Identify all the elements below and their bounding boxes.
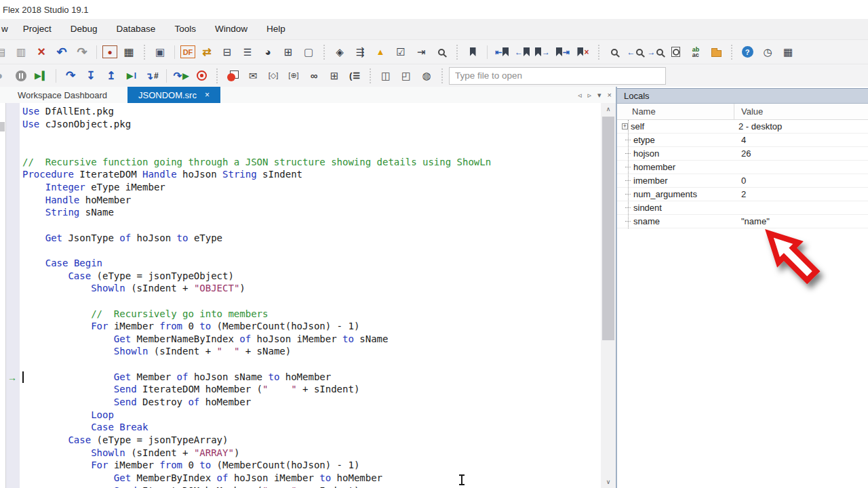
- code-explorer-icon[interactable]: ▣: [151, 43, 169, 61]
- column-header-value[interactable]: Value: [734, 106, 763, 117]
- code-line: // Recursively go into members: [22, 308, 491, 321]
- locals-row-self[interactable]: +self2 - desktop: [617, 120, 868, 134]
- warning-check-icon[interactable]: ▲: [372, 43, 389, 61]
- call-stack-icon[interactable]: (☰: [346, 67, 363, 85]
- step-out-icon[interactable]: ↥: [102, 67, 120, 85]
- print-icon[interactable]: ▦: [120, 43, 138, 61]
- new-file-icon[interactable]: ▢: [300, 43, 317, 61]
- file-preview-icon[interactable]: [433, 43, 450, 61]
- color-palette-icon[interactable]: ◕: [259, 43, 277, 61]
- redo-icon[interactable]: ↷: [73, 43, 91, 61]
- find-in-files-icon[interactable]: [667, 43, 684, 61]
- step-over-icon[interactable]: ↷: [62, 67, 79, 85]
- locals-row-hojson[interactable]: hojson26: [617, 147, 868, 161]
- locals-row-imember[interactable]: imember0: [617, 174, 868, 188]
- menu-item-help[interactable]: Help: [257, 19, 295, 39]
- properties-grid-icon[interactable]: ▦: [779, 43, 797, 61]
- debug-run-icon[interactable]: ◗: [0, 67, 9, 85]
- tab-list-dropdown-icon[interactable]: ▾: [597, 91, 601, 100]
- task-check-icon[interactable]: ☑: [392, 43, 410, 61]
- toolbar-debug: ◗▶▍↷↧↥▶I↴#↷▶✉[◇][⊕]∞⊞(☰◫◰◍: [0, 64, 868, 87]
- code-line: [22, 358, 491, 371]
- auto-step-icon[interactable]: ⇶: [351, 43, 369, 61]
- database-builder-icon[interactable]: ◰: [397, 67, 415, 85]
- splitter-notch[interactable]: [0, 122, 5, 131]
- code-editor[interactable]: Use DfAllEnt.pkgUse cJsonObject.pkg // R…: [0, 103, 601, 488]
- help-icon[interactable]: [738, 43, 756, 61]
- locals-row-sname[interactable]: sname"name": [617, 215, 868, 228]
- scroll-down-icon[interactable]: ∨: [601, 476, 616, 488]
- tab-workspace-dashboard[interactable]: Workspace Dashboard: [7, 87, 118, 103]
- menu-item-project[interactable]: Project: [14, 19, 61, 39]
- expand-icon[interactable]: +: [622, 123, 628, 129]
- tab-close-icon[interactable]: ×: [205, 90, 210, 100]
- column-header-name[interactable]: Name: [617, 104, 734, 119]
- set-next-statement-icon[interactable]: ↴#: [143, 67, 161, 85]
- file-open-input[interactable]: [449, 67, 666, 85]
- editor-vertical-scrollbar[interactable]: ∧ ∨: [601, 103, 616, 488]
- tab-close-icon[interactable]: ×: [608, 91, 612, 99]
- dataflex-studio-icon[interactable]: DF: [180, 45, 195, 58]
- paste-icon[interactable]: ▥: [12, 43, 30, 61]
- menu-item-view-partial[interactable]: w: [0, 19, 14, 39]
- workspace-sync-icon[interactable]: ⇄: [198, 43, 216, 61]
- code-line: Handle hoMember: [22, 194, 491, 207]
- search-icon[interactable]: [606, 43, 623, 61]
- undo-icon[interactable]: ↶: [53, 43, 71, 61]
- variable-name: etype: [633, 135, 734, 145]
- menu-item-debug[interactable]: Debug: [61, 19, 107, 39]
- record-macro-icon[interactable]: ●: [102, 45, 117, 58]
- continue-icon[interactable]: ↷▶: [172, 67, 190, 85]
- send-message-icon[interactable]: ✉: [244, 67, 262, 85]
- bookmark-toggle-icon[interactable]: [464, 43, 481, 61]
- history-icon[interactable]: ◷: [759, 43, 776, 61]
- bookmark-prev-icon[interactable]: ←: [513, 43, 531, 61]
- locals-row-num_arguments[interactable]: num_arguments2: [617, 188, 868, 201]
- bookmark-clear-icon[interactable]: ×: [574, 43, 592, 61]
- watch-object-icon[interactable]: [◇]: [264, 67, 282, 85]
- copy-icon[interactable]: ▤: [0, 43, 9, 61]
- scroll-up-icon[interactable]: ∧: [601, 103, 616, 115]
- tab-scroll-right-icon[interactable]: ▹: [588, 91, 592, 100]
- menu-item-window[interactable]: Window: [205, 19, 257, 39]
- tab-scroll-left-icon[interactable]: ◃: [578, 91, 582, 100]
- code-line: Send Destroy of hoMember: [22, 396, 491, 409]
- watch-web-icon[interactable]: [⊕]: [285, 67, 302, 85]
- watch-expression-icon[interactable]: ∞: [305, 67, 323, 85]
- open-folder-icon[interactable]: [707, 43, 725, 61]
- search-next-icon[interactable]: →: [646, 43, 664, 61]
- code-line: Use DfAllEnt.pkg: [22, 105, 491, 118]
- menu-item-tools[interactable]: Tools: [165, 19, 205, 39]
- step-program-icon[interactable]: ▶▍: [33, 67, 50, 85]
- table-lookup-icon[interactable]: ⊞: [279, 43, 297, 61]
- run-to-cursor-icon[interactable]: ▶I: [123, 67, 140, 85]
- bookmark-next-icon[interactable]: →: [534, 43, 551, 61]
- stop-debug-icon[interactable]: [193, 67, 210, 85]
- bookmark-first-icon[interactable]: ⇤: [493, 43, 511, 61]
- object-inspector-icon[interactable]: ◈: [331, 43, 349, 61]
- code-line: Showln (sIndent + "OBJECT"): [22, 282, 491, 295]
- locals-row-etype[interactable]: etype4: [617, 134, 868, 147]
- run-program-icon[interactable]: ⇥: [412, 43, 430, 61]
- replace-icon[interactable]: [687, 43, 705, 61]
- search-prev-icon[interactable]: ←: [626, 43, 644, 61]
- text-caret: [22, 371, 24, 383]
- delete-icon[interactable]: ×: [33, 43, 50, 61]
- editor-gutter: [5, 103, 20, 488]
- watch-table-icon[interactable]: ⊞: [326, 67, 343, 85]
- tab-jsondom-src[interactable]: JSONDOM.src ×: [127, 87, 220, 103]
- scrollbar-thumb[interactable]: [602, 117, 614, 340]
- locals-row-homember[interactable]: homember: [617, 161, 868, 174]
- locals-row-sindent[interactable]: sindent: [617, 201, 868, 215]
- code-line: [22, 130, 491, 143]
- database-explorer-icon[interactable]: ◫: [377, 67, 395, 85]
- report-list-icon[interactable]: ☰: [239, 43, 256, 61]
- class-hierarchy-icon[interactable]: ⊟: [218, 43, 236, 61]
- web-app-icon[interactable]: ◍: [418, 67, 435, 85]
- pause-icon[interactable]: [12, 67, 30, 85]
- toolbar-separator: [56, 69, 56, 83]
- bookmark-last-icon[interactable]: ⇥: [554, 43, 572, 61]
- breakpoint-icon[interactable]: [224, 67, 241, 85]
- step-into-icon[interactable]: ↧: [82, 67, 100, 85]
- menu-item-database[interactable]: Database: [107, 19, 165, 39]
